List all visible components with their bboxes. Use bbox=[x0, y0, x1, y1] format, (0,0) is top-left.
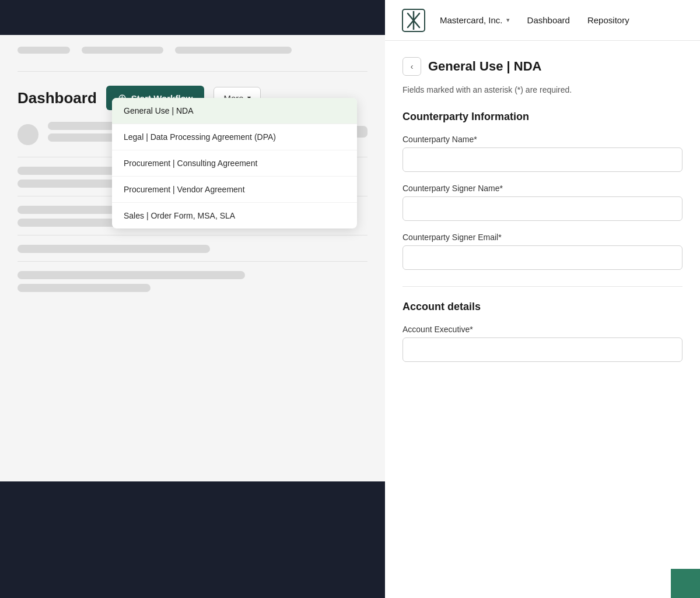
back-button[interactable]: ‹ bbox=[402, 57, 421, 76]
sk-block-3 bbox=[18, 245, 368, 253]
sk-block-4 bbox=[18, 271, 368, 292]
skeleton-circle-1 bbox=[18, 124, 38, 145]
back-title-row: ‹ General Use | NDA bbox=[402, 57, 682, 76]
dropdown-item-1[interactable]: Legal | Data Processing Agreement (DPA) bbox=[112, 124, 357, 150]
skeleton-nav bbox=[18, 47, 368, 59]
dropdown-menu: General Use | NDA Legal | Data Processin… bbox=[112, 98, 357, 228]
dropdown-item-2[interactable]: Procurement | Consulting Agreement bbox=[112, 150, 357, 177]
company-chevron-icon: ▾ bbox=[506, 16, 510, 24]
label-counterparty-signer-email: Counterparty Signer Email* bbox=[402, 233, 682, 242]
section-title-counterparty: Counterparty Information bbox=[402, 111, 682, 123]
dropdown-item-0[interactable]: General Use | NDA bbox=[112, 98, 357, 124]
right-panel: Mastercard, Inc. ▾ Dashboard Repository … bbox=[385, 0, 700, 598]
green-accent-bottom-right bbox=[671, 569, 700, 598]
top-bar bbox=[0, 0, 385, 35]
right-content: ‹ General Use | NDA Fields marked with a… bbox=[385, 41, 700, 598]
section-divider bbox=[402, 286, 682, 287]
required-note: Fields marked with an asterisk (*) are r… bbox=[402, 85, 682, 94]
dropdown-item-4[interactable]: Sales | Order Form, MSA, SLA bbox=[112, 203, 357, 228]
form-title: General Use | NDA bbox=[428, 59, 541, 74]
dropdown-item-3[interactable]: Procurement | Vendor Agreement bbox=[112, 177, 357, 203]
nav-repository-link[interactable]: Repository bbox=[587, 15, 629, 25]
nav-company[interactable]: Mastercard, Inc. ▾ bbox=[440, 15, 510, 25]
input-counterparty-name[interactable] bbox=[402, 147, 682, 172]
left-panel: Dashboard ⊕ Start Workflow More ▾ bbox=[0, 0, 385, 598]
input-account-executive[interactable] bbox=[402, 337, 682, 362]
app-logo bbox=[399, 6, 428, 35]
section-title-account: Account details bbox=[402, 301, 682, 313]
label-counterparty-name: Counterparty Name* bbox=[402, 135, 682, 144]
bottom-bar bbox=[0, 481, 385, 598]
skeleton-nav-1 bbox=[18, 47, 70, 54]
label-counterparty-signer-name: Counterparty Signer Name* bbox=[402, 184, 682, 193]
nav-dashboard-link[interactable]: Dashboard bbox=[527, 15, 570, 25]
skeleton-nav-3 bbox=[175, 47, 292, 54]
skeleton-nav-2 bbox=[82, 47, 163, 54]
input-counterparty-signer-email[interactable] bbox=[402, 245, 682, 270]
right-nav: Mastercard, Inc. ▾ Dashboard Repository bbox=[385, 0, 700, 41]
logo-svg bbox=[402, 9, 425, 32]
dashboard-title: Dashboard bbox=[18, 89, 97, 107]
input-counterparty-signer-name[interactable] bbox=[402, 196, 682, 221]
back-icon: ‹ bbox=[411, 62, 414, 71]
label-account-executive: Account Executive* bbox=[402, 325, 682, 334]
